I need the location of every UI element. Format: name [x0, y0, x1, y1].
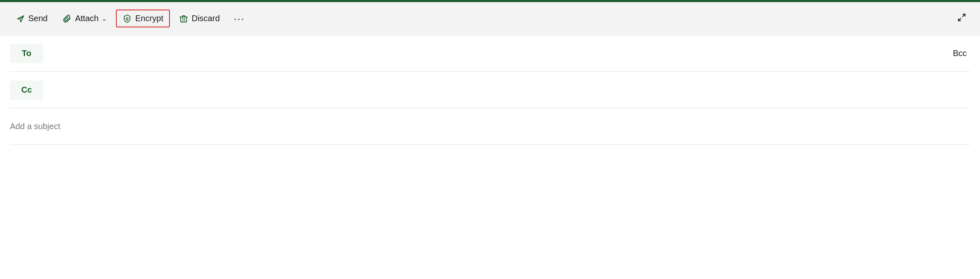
body-input[interactable] [10, 152, 970, 272]
to-input[interactable] [50, 49, 943, 58]
svg-rect-3 [181, 17, 187, 22]
attach-button[interactable]: Attach ⌄ [57, 10, 113, 27]
compose-area: To Bcc Cc [0, 35, 980, 279]
encrypt-label: Encrypt [135, 14, 163, 23]
body-area [10, 145, 970, 279]
cc-input[interactable] [50, 85, 970, 95]
send-icon [16, 14, 25, 23]
send-button[interactable]: Send [10, 10, 54, 27]
more-options-button[interactable]: ··· [229, 10, 250, 28]
to-label[interactable]: To [10, 44, 43, 63]
encrypt-button[interactable]: Encrypt [116, 10, 170, 27]
attach-dropdown-arrow: ⌄ [102, 15, 107, 22]
more-options-label: ··· [234, 13, 245, 24]
expand-icon [957, 13, 966, 24]
toolbar: Send Attach ⌄ Encrypt [0, 2, 980, 35]
expand-button[interactable] [953, 10, 970, 27]
attach-icon [63, 14, 72, 23]
attach-label: Attach [75, 14, 99, 23]
send-label: Send [28, 14, 48, 23]
discard-label: Discard [192, 14, 220, 23]
subject-row [10, 108, 970, 145]
discard-icon [179, 14, 188, 23]
discard-button[interactable]: Discard [173, 10, 226, 27]
subject-input[interactable] [10, 122, 970, 131]
encrypt-icon [123, 14, 132, 23]
to-row: To Bcc [10, 35, 970, 72]
bcc-button[interactable]: Bcc [950, 45, 970, 61]
cc-row: Cc [10, 72, 970, 108]
compose-window: Send Attach ⌄ Encrypt [0, 0, 980, 279]
cc-label[interactable]: Cc [10, 81, 43, 100]
